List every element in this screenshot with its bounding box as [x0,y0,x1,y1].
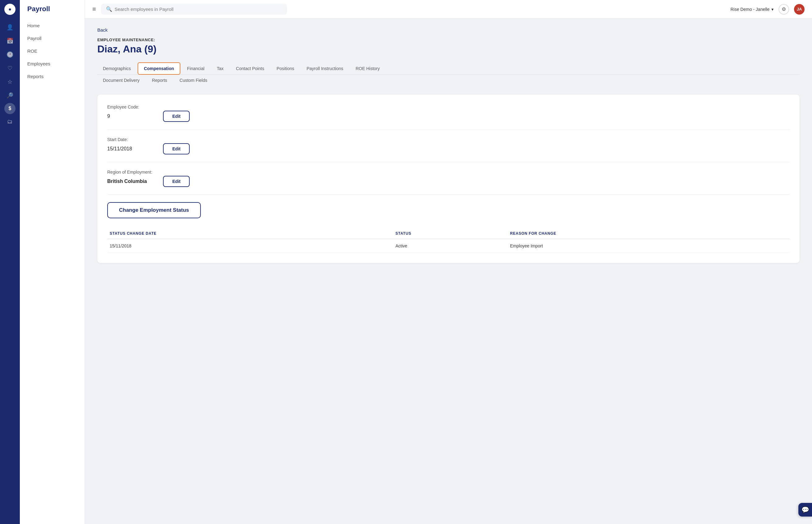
text-sidebar: Payroll Home Payroll ROE Employees Repor… [20,0,85,524]
tab-reports[interactable]: Reports [146,75,173,86]
region-value: British Columbia [107,179,157,184]
app-title: Payroll [20,5,85,19]
page-subtitle: EMPLOYEE MAINTENANCE: [97,37,800,42]
col-header-reason: REASON FOR CHANGE [508,228,790,239]
start-date-value: 15/11/2018 [107,146,157,152]
tabs-row1: Demographics Compensation Financial Tax … [97,62,800,75]
start-date-label: Start Date: [107,137,790,142]
tab-financial[interactable]: Financial [182,63,210,74]
employee-code-value: 9 [107,114,157,119]
employee-code-edit-button[interactable]: Edit [163,111,190,122]
region-group: Region of Employment: British Columbia E… [107,169,790,187]
heart-nav-icon[interactable]: ♡ [4,62,16,75]
tab-positions[interactable]: Positions [271,63,300,74]
tab-compensation[interactable]: Compensation [138,62,180,75]
employee-code-row: 9 Edit [107,111,790,122]
row-reason: Employee Import [508,239,790,253]
tab-payroll-instructions[interactable]: Payroll Instructions [301,63,349,74]
calendar-nav-icon[interactable]: 📅 [4,35,16,47]
tab-demographics[interactable]: Demographics [97,63,136,74]
employee-code-label: Employee Code: [107,104,790,110]
region-edit-button[interactable]: Edit [163,176,190,187]
tab-document-delivery[interactable]: Document Delivery [97,75,145,86]
settings-icon[interactable]: ⚙ [779,4,789,15]
topbar-right: Rise Demo - Janelle ▾ ⚙ JA [730,4,805,15]
divider-2 [107,162,790,162]
search-icon: 🔍 [106,6,112,12]
employee-code-group: Employee Code: 9 Edit [107,104,790,122]
sidebar-item-reports[interactable]: Reports [20,70,85,83]
search-input[interactable] [115,6,282,12]
start-date-row: 15/11/2018 Edit [107,143,790,154]
page-title: Diaz, Ana (9) [97,44,800,55]
tab-tax[interactable]: Tax [212,63,229,74]
col-header-date: STATUS CHANGE DATE [107,228,393,239]
chat-bubble[interactable]: 💬 [798,503,812,517]
content-area: Back EMPLOYEE MAINTENANCE: Diaz, Ana (9)… [85,19,812,524]
search-person-nav-icon[interactable]: 🔎 [4,89,16,102]
star-nav-icon[interactable]: ☆ [4,76,16,88]
app-logo[interactable]: ● [4,4,16,15]
back-link[interactable]: Back [97,27,107,33]
tab-contact-points[interactable]: Contact Points [230,63,270,74]
tabs-row2: Document Delivery Reports Custom Fields [97,75,800,86]
divider-3 [107,194,790,195]
region-row: British Columbia Edit [107,176,790,187]
dollar-nav-icon[interactable]: $ [4,103,16,114]
sidebar-item-roe[interactable]: ROE [20,45,85,58]
table-row: 15/11/2018 Active Employee Import [107,239,790,253]
compensation-card: Employee Code: 9 Edit Start Date: 15/11/… [97,95,800,263]
divider-1 [107,129,790,130]
row-status: Active [393,239,508,253]
start-date-group: Start Date: 15/11/2018 Edit [107,137,790,154]
status-table: STATUS CHANGE DATE STATUS REASON FOR CHA… [107,228,790,253]
tab-custom-fields[interactable]: Custom Fields [174,75,213,86]
row-date: 15/11/2018 [107,239,393,253]
change-employment-status-button[interactable]: Change Employment Status [107,202,201,218]
sidebar-item-employees[interactable]: Employees [20,58,85,70]
avatar[interactable]: JA [794,4,805,15]
person-nav-icon[interactable]: 👤 [4,21,16,33]
main-area: ≡ 🔍 Rise Demo - Janelle ▾ ⚙ JA Back EMPL… [85,0,812,524]
search-bar: 🔍 [101,4,287,15]
org-name: Rise Demo - Janelle [730,7,769,12]
org-selector[interactable]: Rise Demo - Janelle ▾ [730,7,774,12]
start-date-edit-button[interactable]: Edit [163,143,190,154]
topbar: ≡ 🔍 Rise Demo - Janelle ▾ ⚙ JA [85,0,812,19]
sidebar-item-payroll[interactable]: Payroll [20,32,85,45]
tab-roe-history[interactable]: ROE History [350,63,385,74]
col-header-status: STATUS [393,228,508,239]
icon-sidebar: ● 👤 📅 🕐 ♡ ☆ 🔎 $ 🗂 [0,0,20,524]
menu-icon[interactable]: ≡ [92,5,96,13]
sidebar-item-home[interactable]: Home [20,19,85,32]
chevron-down-icon: ▾ [772,7,774,12]
region-label: Region of Employment: [107,169,790,175]
briefcase-nav-icon[interactable]: 🗂 [4,115,16,128]
clock-nav-icon[interactable]: 🕐 [4,48,16,61]
